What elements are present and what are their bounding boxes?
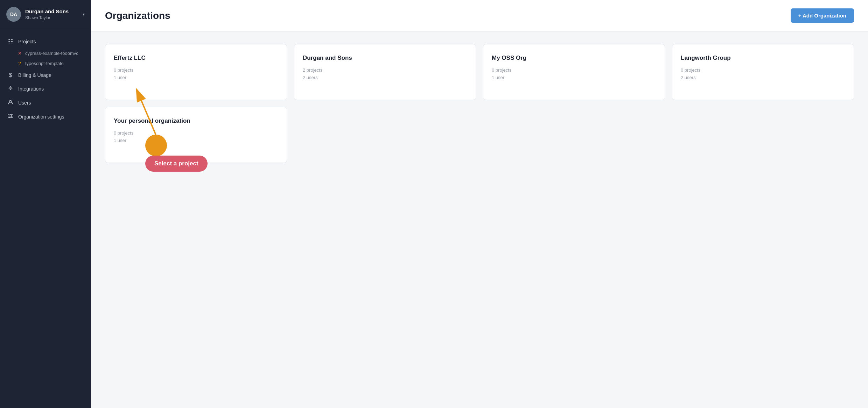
- main-body-wrapper: Effertz LLC 0 projects 1 user Durgan and…: [91, 31, 868, 408]
- add-organization-button[interactable]: + Add Organization: [791, 8, 854, 23]
- main-content: Organizations + Add Organization Effertz…: [91, 0, 868, 408]
- sidebar-chevron-icon[interactable]: ▾: [83, 12, 85, 17]
- svg-point-0: [10, 100, 12, 102]
- org-card-users: 1 user: [114, 138, 278, 143]
- org-card-name: Your personal organization: [114, 117, 278, 125]
- users-icon: [7, 99, 14, 106]
- sidebar-item-integrations[interactable]: Integrations: [0, 82, 91, 96]
- org-card-name: Effertz LLC: [114, 54, 278, 62]
- org-name-label: Durgan and Sons: [25, 8, 78, 15]
- integrations-label: Integrations: [18, 86, 44, 92]
- org-card-projects: 0 projects: [114, 130, 278, 136]
- org-card-projects: 0 projects: [114, 67, 278, 73]
- projects-label: Projects: [18, 39, 36, 44]
- sidebar-item-projects[interactable]: ☷ Projects: [0, 35, 91, 48]
- org-settings-label: Organization settings: [18, 114, 64, 120]
- org-card-name: Durgan and Sons: [303, 54, 467, 62]
- org-card-projects: 0 projects: [492, 67, 656, 73]
- integrations-icon: [7, 85, 14, 92]
- svg-point-4: [9, 114, 10, 115]
- projects-icon: ☷: [7, 38, 14, 45]
- org-card-name: Langworth Group: [681, 54, 845, 62]
- avatar: DA: [6, 7, 21, 22]
- org-card-name: My OSS Org: [492, 54, 656, 62]
- org-settings-icon: [7, 113, 14, 120]
- org-card-projects: 0 projects: [681, 67, 845, 73]
- sidebar-item-users[interactable]: Users: [0, 96, 91, 110]
- sidebar-nav: ☷ Projects ✕ cypress-example-todomvc ? t…: [0, 29, 91, 129]
- billing-label: Billing & Usage: [18, 72, 51, 78]
- org-card-effertz[interactable]: Effertz LLC 0 projects 1 user: [105, 44, 287, 100]
- sidebar: DA Durgan and Sons Shawn Taylor ▾ ☷ Proj…: [0, 0, 91, 408]
- users-label: Users: [18, 100, 31, 106]
- sidebar-subitem-cypress[interactable]: ✕ cypress-example-todomvc: [17, 48, 91, 58]
- sidebar-header[interactable]: DA Durgan and Sons Shawn Taylor ▾: [0, 0, 91, 29]
- main-header: Organizations + Add Organization: [91, 0, 868, 31]
- main-body: Effertz LLC 0 projects 1 user Durgan and…: [91, 31, 868, 176]
- org-card-users: 2 users: [681, 75, 845, 80]
- billing-icon: $: [7, 72, 14, 78]
- org-card-durgan[interactable]: Durgan and Sons 2 projects 2 users: [294, 44, 476, 100]
- org-card-myoss[interactable]: My OSS Org 0 projects 1 user: [483, 44, 665, 100]
- org-card-langworth[interactable]: Langworth Group 0 projects 2 users: [672, 44, 854, 100]
- user-name-label: Shawn Taylor: [25, 15, 78, 20]
- cypress-icon: ✕: [17, 51, 22, 56]
- org-card-projects: 2 projects: [303, 67, 467, 73]
- typescript-label: typescript-template: [25, 61, 64, 66]
- sidebar-org-info: Durgan and Sons Shawn Taylor: [25, 8, 78, 20]
- page-title: Organizations: [105, 10, 170, 21]
- cypress-label: cypress-example-todomvc: [25, 51, 78, 56]
- org-card-users: 1 user: [492, 75, 656, 80]
- org-card-users: 2 users: [303, 75, 467, 80]
- org-grid: Effertz LLC 0 projects 1 user Durgan and…: [105, 44, 854, 163]
- sidebar-subitems: ✕ cypress-example-todomvc ? typescript-t…: [0, 48, 91, 69]
- svg-point-5: [11, 116, 12, 117]
- org-card-personal[interactable]: Your personal organization 0 projects 1 …: [105, 107, 287, 163]
- org-card-users: 1 user: [114, 75, 278, 80]
- svg-point-6: [10, 117, 11, 118]
- sidebar-item-billing[interactable]: $ Billing & Usage: [0, 69, 91, 82]
- typescript-icon: ?: [17, 61, 22, 66]
- sidebar-item-org-settings[interactable]: Organization settings: [0, 110, 91, 124]
- sidebar-subitem-typescript[interactable]: ? typescript-template: [17, 58, 91, 69]
